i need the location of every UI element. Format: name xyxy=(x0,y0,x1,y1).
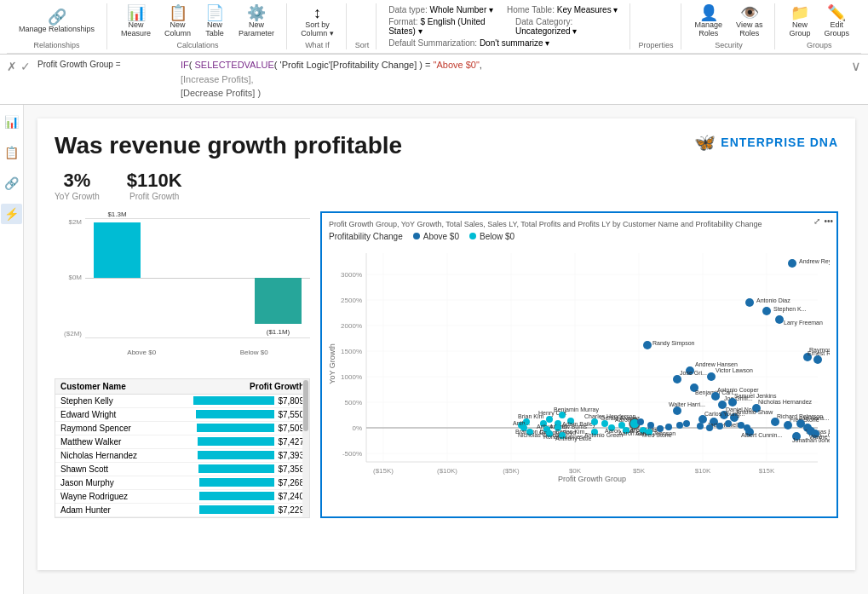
new-group-button[interactable]: 📁 NewGroup xyxy=(784,3,815,39)
table-row: Jerry Green$7,190 xyxy=(55,516,309,517)
svg-text:Profit Growth Group: Profit Growth Group xyxy=(558,475,626,483)
profit-value: $7,268 xyxy=(162,476,309,489)
svg-text:Stephen K...: Stephen K... xyxy=(773,306,807,313)
table-scroll[interactable]: Customer Name Profit Growth Stephen Kell… xyxy=(55,379,309,517)
manage-relationships-label: Manage Relationships xyxy=(19,25,95,33)
svg-text:Andrew Reynolds: Andrew Reynolds xyxy=(799,258,830,265)
svg-point-133 xyxy=(738,422,744,429)
svg-point-57 xyxy=(728,398,737,407)
legend-label: Profitability Change xyxy=(329,232,403,241)
table-body: Stephen Kelly$7,809 Edward Wright$7,550 … xyxy=(55,394,309,517)
customer-name: Stephen Kelly xyxy=(55,394,162,407)
sidebar-model-view-icon[interactable]: 🔗 xyxy=(1,173,22,193)
data-category-value: Uncategorized ▾ xyxy=(515,26,577,36)
svg-point-63 xyxy=(673,407,681,415)
col-profit-growth: Profit Growth xyxy=(162,379,309,395)
formula-cancel-button[interactable]: ✗ xyxy=(7,60,17,73)
new-measure-label: NewMeasure xyxy=(121,20,151,37)
bar-axis-label-top: $2M xyxy=(55,218,82,226)
default-summarization-label: Default Summarization: Don't summarize ▾ xyxy=(388,38,549,48)
logo-text: ENTERPRISE DNA xyxy=(721,136,838,149)
formula-confirm-button[interactable]: ✓ xyxy=(20,60,31,73)
new-parameter-icon: ⚙️ xyxy=(247,5,266,20)
sidebar-report-view-icon[interactable]: 📊 xyxy=(1,112,22,132)
new-table-icon: 📄 xyxy=(205,5,224,20)
edit-groups-icon: ✏️ xyxy=(827,5,846,20)
bar-chart-container: $2M $0M ($2M) xyxy=(55,211,310,348)
table-row: Stephen Kelly$7,809 xyxy=(55,394,309,407)
home-table-value: Key Measures ▾ xyxy=(557,5,618,14)
svg-point-89 xyxy=(546,416,553,423)
formula-bar: ✗ ✓ Profit Growth Group = IF( SELECTEDVA… xyxy=(0,55,868,105)
logo-enterprise: ENTERPRISE xyxy=(721,136,805,149)
scatter-title: Profit Growth Group, YoY Growth, Total S… xyxy=(329,220,830,228)
svg-point-138 xyxy=(697,423,704,430)
report-canvas: 🦋 ENTERPRISE DNA Was revenue growth prof… xyxy=(24,105,868,595)
new-table-button[interactable]: 📄 NewTable xyxy=(199,3,230,39)
formula-content[interactable]: IF( SELECTEDVALUE( 'Profit Logic'[Profit… xyxy=(181,58,844,101)
chart-expand-button[interactable]: ⤢ xyxy=(813,216,820,226)
edit-groups-button[interactable]: ✏️ EditGroups xyxy=(819,3,854,39)
formula-field-name: Profit Growth Group = xyxy=(37,58,174,69)
svg-point-47 xyxy=(673,375,681,384)
table-header: Customer Name Profit Growth xyxy=(55,379,309,395)
scatter-svg: -500% 0% 500% 1000% 1500% 2000% 2500% 30… xyxy=(329,245,830,483)
svg-point-91 xyxy=(559,412,566,418)
svg-text:Joe Hans...: Joe Hans... xyxy=(799,415,829,421)
view-as-roles-button[interactable]: 👁️ View asRoles xyxy=(731,3,767,39)
svg-text:($10K): ($10K) xyxy=(437,467,457,475)
svg-text:1500%: 1500% xyxy=(341,348,362,355)
format-label: Format: $ English (United States) ▾ xyxy=(388,17,502,36)
formula-expand-button[interactable]: ∨ xyxy=(851,58,861,74)
scatter-plot-area: YoY Growth xyxy=(329,245,830,483)
svg-text:Fred Stone: Fred Stone xyxy=(642,432,672,438)
manage-relationships-button[interactable]: 🔗 Manage Relationships xyxy=(14,8,100,35)
relationships-group-title: Relationships xyxy=(34,41,80,49)
table-row: Nicholas Hernandez$7,393 xyxy=(55,448,309,462)
svg-point-41 xyxy=(643,341,652,349)
data-type-value: Whole Number ▾ xyxy=(430,5,493,14)
customer-table: Customer Name Profit Growth Stephen Kell… xyxy=(55,378,310,518)
ribbon-group-relationships: 🔗 Manage Relationships Relationships xyxy=(7,3,107,49)
customer-name: Jerry Green xyxy=(55,516,162,517)
svg-text:Antonio Green: Antonio Green xyxy=(584,432,623,438)
svg-text:Jose Gri...: Jose Gri... xyxy=(680,370,707,376)
formula-line2: [Increase Profits], xyxy=(181,72,844,87)
sidebar-data-view-icon[interactable]: 📋 xyxy=(1,142,22,163)
new-group-icon: 📁 xyxy=(790,5,809,20)
customer-name: Nicholas Hernandez xyxy=(55,448,162,462)
new-measure-button[interactable]: 📊 NewMeasure xyxy=(116,3,156,39)
ribbon-group-groups: 📁 NewGroup ✏️ EditGroups Groups xyxy=(777,3,861,49)
formula-line1: IF( SELECTEDVALUE( 'Profit Logic'[Profit… xyxy=(181,58,844,72)
ribbon-group-sort: Sort xyxy=(348,3,377,49)
profit-value: $7,393 xyxy=(162,448,309,462)
svg-point-142 xyxy=(657,425,664,432)
scatter-chart-panel: ⤢ ••• Profit Growth Group, YoY Growth, T… xyxy=(320,211,838,518)
profit-value: $7,509 xyxy=(162,421,309,435)
formula-line3: [Decrease Profits] ) xyxy=(181,86,844,101)
table-row: Shawn Scott$7,358 xyxy=(55,462,309,476)
table-scrollbar[interactable] xyxy=(302,379,309,517)
profit-value: $7,427 xyxy=(162,435,309,448)
table-row: Adam Hunter$7,229 xyxy=(55,503,309,516)
legend-below-label: Below $0 xyxy=(480,232,514,241)
svg-text:$5K: $5K xyxy=(633,467,646,475)
main-area: 📊 📋 🔗 ⚡ 🦋 ENTERPRISE DNA Was revenue gro… xyxy=(0,105,868,595)
new-column-button[interactable]: 📋 NewColumn xyxy=(159,3,196,39)
sort-by-column-button[interactable]: ↕️ Sort byColumn ▾ xyxy=(296,3,339,39)
svg-point-39 xyxy=(775,315,784,324)
chart-more-button[interactable]: ••• xyxy=(824,216,833,226)
manage-roles-button[interactable]: 👤 ManageRoles xyxy=(690,3,728,39)
left-panel: $2M $0M ($2M) xyxy=(55,211,310,518)
bar-axis-label-mid: $0M xyxy=(55,274,82,281)
sidebar-dax-view-icon[interactable]: ⚡ xyxy=(1,204,22,224)
svg-text:Ernest Rivera: Ernest Rivera xyxy=(808,350,830,356)
svg-text:3000%: 3000% xyxy=(341,271,362,279)
data-type-label: Data type: Whole Number ▾ xyxy=(388,5,493,14)
scrollbar-thumb[interactable] xyxy=(303,380,308,431)
table-row: Jason Murphy$7,268 xyxy=(55,476,309,489)
svg-point-135 xyxy=(725,420,732,427)
svg-text:$10K: $10K xyxy=(695,467,711,475)
new-parameter-button[interactable]: ⚙️ NewParameter xyxy=(233,3,279,39)
new-group-label: NewGroup xyxy=(789,20,810,37)
